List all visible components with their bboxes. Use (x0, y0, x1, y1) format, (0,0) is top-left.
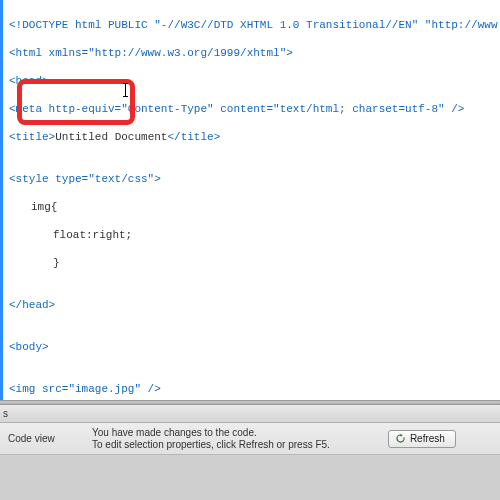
code-line: <head> (9, 74, 496, 88)
code-line: <!DOCTYPE html PUBLIC "-//W3C//DTD XHTML… (9, 18, 496, 32)
bottom-panel (0, 455, 500, 500)
refresh-label: Refresh (410, 433, 445, 444)
codeview-label: Code view (8, 433, 62, 444)
info-line1: You have made changes to the code. (92, 427, 330, 439)
code-line: float:right; (9, 228, 496, 242)
code-line: img{ (9, 200, 496, 214)
properties-info-bar: Code view You have made changes to the c… (0, 423, 500, 455)
refresh-icon (395, 433, 406, 444)
refresh-button[interactable]: Refresh (388, 430, 456, 448)
code-line: </head> (9, 298, 496, 312)
code-line: <body> (9, 340, 496, 354)
info-message: You have made changes to the code. To ed… (92, 427, 330, 451)
code-editor[interactable]: <!DOCTYPE html PUBLIC "-//W3C//DTD XHTML… (0, 0, 500, 400)
code-line: <title>Untitled Document</title> (9, 130, 496, 144)
code-line: <html xmlns="http://www.w3.org/1999/xhtm… (9, 46, 496, 60)
code-line: <img src="image.jpg" /> (9, 382, 496, 396)
code-line: <meta http-equiv="Content-Type" content=… (9, 102, 496, 116)
code-line: <style type="text/css"> (9, 172, 496, 186)
tab-label: s (3, 408, 8, 419)
code-line: } (9, 256, 496, 270)
info-line2: To edit selection properties, click Refr… (92, 439, 330, 451)
properties-tab-strip[interactable]: s (0, 405, 500, 423)
